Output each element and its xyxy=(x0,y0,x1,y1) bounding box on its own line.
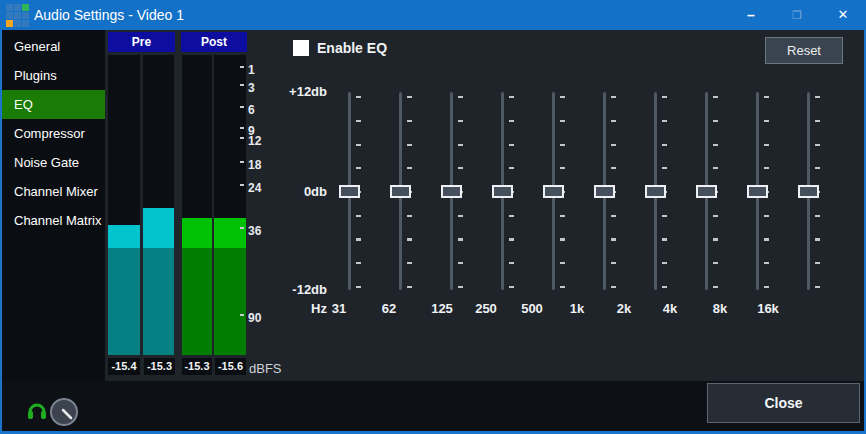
eq-slider-1k[interactable] xyxy=(585,88,625,303)
settings-sidebar: General Plugins EQ Compressor Noise Gate… xyxy=(2,30,105,382)
eq-freq-label: 31 xyxy=(332,302,346,316)
window-border xyxy=(0,30,2,434)
eq-slider-handle[interactable] xyxy=(696,185,717,198)
eq-slider-4k[interactable] xyxy=(687,88,727,303)
window-title: Audio Settings - Video 1 xyxy=(34,0,184,30)
sidebar-item-channel-mixer[interactable]: Channel Mixer xyxy=(2,177,105,206)
meter-bar-body xyxy=(182,248,212,355)
headphones-icon[interactable] xyxy=(27,399,47,421)
meter-bar-peak xyxy=(143,208,174,248)
meter-post-left xyxy=(182,55,212,355)
meter-scale-mark: 18 xyxy=(240,159,261,171)
titlebar: Audio Settings - Video 1 – ❐ ✕ xyxy=(0,0,866,30)
eq-slider-handle[interactable] xyxy=(594,185,615,198)
eq-freq-label: 16k xyxy=(757,302,779,316)
eq-axis-minus12: -12db xyxy=(270,283,327,297)
sidebar-item-noise-gate[interactable]: Noise Gate xyxy=(2,148,105,177)
meter-bar-body xyxy=(214,248,246,355)
eq-freq-label: 500 xyxy=(521,302,543,316)
eq-axis-unit: Hz xyxy=(270,302,327,316)
meter-scale-mark: 90 xyxy=(240,312,261,324)
eq-slider-handle[interactable] xyxy=(441,185,462,198)
eq-axis-plus12: +12db xyxy=(270,85,327,99)
audio-settings-dialog: Audio Settings - Video 1 – ❐ ✕ General P… xyxy=(0,0,866,434)
meter-scale-mark: 1 xyxy=(240,64,255,76)
eq-slider-250hz[interactable] xyxy=(483,88,523,303)
meter-pre-left xyxy=(108,55,140,355)
meter-reading-post-left: -15.3 xyxy=(182,358,212,375)
eq-slider-8k[interactable] xyxy=(738,88,778,303)
meter-scale-mark: 12 xyxy=(240,135,261,147)
eq-slider-handle[interactable] xyxy=(645,185,666,198)
sidebar-item-compressor[interactable]: Compressor xyxy=(2,119,105,148)
eq-slider-handle[interactable] xyxy=(747,185,768,198)
headphones-volume-knob[interactable] xyxy=(50,398,78,426)
meter-scale-mark: 36 xyxy=(240,225,261,237)
eq-slider-handle[interactable] xyxy=(492,185,513,198)
meter-scale-mark: 24 xyxy=(240,182,261,194)
meter-post-right xyxy=(214,55,246,355)
minimize-button[interactable]: – xyxy=(728,0,774,30)
meter-scale-mark: 3 xyxy=(240,82,255,94)
reset-button[interactable]: Reset xyxy=(765,37,843,64)
eq-slider-125hz[interactable] xyxy=(432,88,472,303)
eq-slider-500hz[interactable] xyxy=(534,88,574,303)
close-window-button[interactable]: ✕ xyxy=(820,0,866,30)
close-button[interactable]: Close xyxy=(707,383,860,423)
eq-slider-handle[interactable] xyxy=(339,185,360,198)
meter-bar-body xyxy=(108,248,140,355)
eq-freq-label: 2k xyxy=(617,302,631,316)
eq-axis-zero: 0db xyxy=(270,185,327,199)
eq-freq-label: 4k xyxy=(663,302,677,316)
enable-eq-checkbox[interactable] xyxy=(293,40,309,56)
eq-freq-label: 250 xyxy=(475,302,497,316)
meter-bar-peak xyxy=(108,225,140,248)
meter-reading-pre-right: -15.3 xyxy=(144,358,175,375)
eq-freq-label: 1k xyxy=(570,302,584,316)
sidebar-item-general[interactable]: General xyxy=(2,32,105,61)
eq-slider-2k[interactable] xyxy=(636,88,676,303)
meter-reading-pre-left: -15.4 xyxy=(108,358,140,375)
meter-header-pre: Pre xyxy=(108,32,175,52)
eq-freq-label: 62 xyxy=(382,302,396,316)
meter-pre-right xyxy=(143,55,174,355)
eq-slider-handle[interactable] xyxy=(798,185,819,198)
eq-slider-handle[interactable] xyxy=(543,185,564,198)
eq-slider-62hz[interactable] xyxy=(381,88,421,303)
maximize-button[interactable]: ❐ xyxy=(774,0,820,30)
meter-bar-peak xyxy=(182,218,212,248)
app-logo-icon xyxy=(6,4,29,27)
eq-freq-label: 8k xyxy=(713,302,727,316)
sidebar-item-channel-matrix[interactable]: Channel Matrix xyxy=(2,206,105,235)
eq-freq-label: 125 xyxy=(431,302,453,316)
enable-eq-label: Enable EQ xyxy=(317,40,387,56)
meter-bar-body xyxy=(143,248,174,355)
meter-reading-post-right: -15.6 xyxy=(215,358,246,375)
eq-slider-31hz[interactable] xyxy=(330,88,370,303)
meter-unit-label: dBFS xyxy=(249,361,282,376)
eq-slider-16k[interactable] xyxy=(789,88,829,303)
meter-header-post: Post xyxy=(181,32,247,52)
sidebar-item-plugins[interactable]: Plugins xyxy=(2,61,105,90)
sidebar-item-eq[interactable]: EQ xyxy=(2,90,105,119)
eq-slider-handle[interactable] xyxy=(390,185,411,198)
meter-scale-mark: 6 xyxy=(240,104,255,116)
